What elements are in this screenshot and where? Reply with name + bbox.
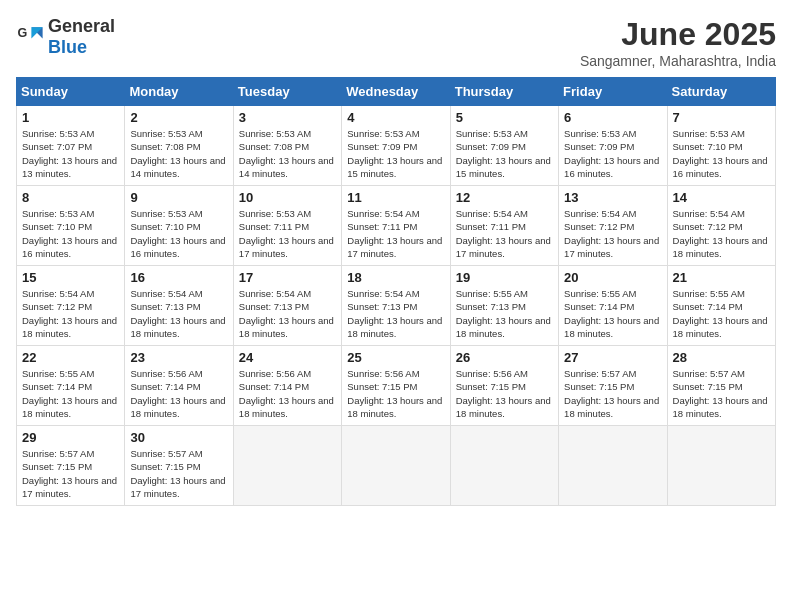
cell-text: Sunrise: 5:56 AMSunset: 7:14 PMDaylight:… bbox=[130, 368, 225, 419]
calendar-cell: 26 Sunrise: 5:56 AMSunset: 7:15 PMDaylig… bbox=[450, 346, 558, 426]
day-number: 11 bbox=[347, 190, 444, 205]
calendar-cell: 24 Sunrise: 5:56 AMSunset: 7:14 PMDaylig… bbox=[233, 346, 341, 426]
cell-text: Sunrise: 5:55 AMSunset: 7:14 PMDaylight:… bbox=[22, 368, 117, 419]
cell-text: Sunrise: 5:55 AMSunset: 7:14 PMDaylight:… bbox=[564, 288, 659, 339]
calendar-table: SundayMondayTuesdayWednesdayThursdayFrid… bbox=[16, 77, 776, 506]
day-number: 1 bbox=[22, 110, 119, 125]
day-number: 9 bbox=[130, 190, 227, 205]
day-header-wednesday: Wednesday bbox=[342, 78, 450, 106]
day-number: 16 bbox=[130, 270, 227, 285]
calendar-cell: 18 Sunrise: 5:54 AMSunset: 7:13 PMDaylig… bbox=[342, 266, 450, 346]
cell-text: Sunrise: 5:54 AMSunset: 7:11 PMDaylight:… bbox=[347, 208, 442, 259]
cell-text: Sunrise: 5:53 AMSunset: 7:08 PMDaylight:… bbox=[239, 128, 334, 179]
cell-text: Sunrise: 5:55 AMSunset: 7:13 PMDaylight:… bbox=[456, 288, 551, 339]
calendar-header-row: SundayMondayTuesdayWednesdayThursdayFrid… bbox=[17, 78, 776, 106]
day-number: 8 bbox=[22, 190, 119, 205]
cell-text: Sunrise: 5:54 AMSunset: 7:11 PMDaylight:… bbox=[456, 208, 551, 259]
day-header-thursday: Thursday bbox=[450, 78, 558, 106]
calendar-cell: 27 Sunrise: 5:57 AMSunset: 7:15 PMDaylig… bbox=[559, 346, 667, 426]
calendar-cell bbox=[667, 426, 775, 506]
day-header-monday: Monday bbox=[125, 78, 233, 106]
day-number: 20 bbox=[564, 270, 661, 285]
day-number: 18 bbox=[347, 270, 444, 285]
cell-text: Sunrise: 5:54 AMSunset: 7:12 PMDaylight:… bbox=[22, 288, 117, 339]
cell-text: Sunrise: 5:53 AMSunset: 7:09 PMDaylight:… bbox=[456, 128, 551, 179]
calendar-cell: 9 Sunrise: 5:53 AMSunset: 7:10 PMDayligh… bbox=[125, 186, 233, 266]
calendar-cell bbox=[450, 426, 558, 506]
calendar-cell: 23 Sunrise: 5:56 AMSunset: 7:14 PMDaylig… bbox=[125, 346, 233, 426]
calendar-cell: 5 Sunrise: 5:53 AMSunset: 7:09 PMDayligh… bbox=[450, 106, 558, 186]
day-number: 12 bbox=[456, 190, 553, 205]
cell-text: Sunrise: 5:54 AMSunset: 7:12 PMDaylight:… bbox=[564, 208, 659, 259]
cell-text: Sunrise: 5:54 AMSunset: 7:13 PMDaylight:… bbox=[130, 288, 225, 339]
calendar-cell: 8 Sunrise: 5:53 AMSunset: 7:10 PMDayligh… bbox=[17, 186, 125, 266]
calendar-cell: 11 Sunrise: 5:54 AMSunset: 7:11 PMDaylig… bbox=[342, 186, 450, 266]
calendar-cell: 15 Sunrise: 5:54 AMSunset: 7:12 PMDaylig… bbox=[17, 266, 125, 346]
logo-icon: G bbox=[16, 23, 44, 51]
title-area: June 2025 Sangamner, Maharashtra, India bbox=[580, 16, 776, 69]
month-title: June 2025 bbox=[580, 16, 776, 53]
cell-text: Sunrise: 5:53 AMSunset: 7:09 PMDaylight:… bbox=[564, 128, 659, 179]
calendar-cell: 28 Sunrise: 5:57 AMSunset: 7:15 PMDaylig… bbox=[667, 346, 775, 426]
cell-text: Sunrise: 5:53 AMSunset: 7:10 PMDaylight:… bbox=[673, 128, 768, 179]
calendar-cell: 25 Sunrise: 5:56 AMSunset: 7:15 PMDaylig… bbox=[342, 346, 450, 426]
week-row-2: 8 Sunrise: 5:53 AMSunset: 7:10 PMDayligh… bbox=[17, 186, 776, 266]
day-number: 4 bbox=[347, 110, 444, 125]
calendar-cell: 14 Sunrise: 5:54 AMSunset: 7:12 PMDaylig… bbox=[667, 186, 775, 266]
calendar-cell bbox=[342, 426, 450, 506]
calendar-cell: 20 Sunrise: 5:55 AMSunset: 7:14 PMDaylig… bbox=[559, 266, 667, 346]
day-number: 21 bbox=[673, 270, 770, 285]
cell-text: Sunrise: 5:56 AMSunset: 7:14 PMDaylight:… bbox=[239, 368, 334, 419]
cell-text: Sunrise: 5:56 AMSunset: 7:15 PMDaylight:… bbox=[456, 368, 551, 419]
day-number: 6 bbox=[564, 110, 661, 125]
day-number: 5 bbox=[456, 110, 553, 125]
calendar-cell: 13 Sunrise: 5:54 AMSunset: 7:12 PMDaylig… bbox=[559, 186, 667, 266]
cell-text: Sunrise: 5:57 AMSunset: 7:15 PMDaylight:… bbox=[130, 448, 225, 499]
week-row-3: 15 Sunrise: 5:54 AMSunset: 7:12 PMDaylig… bbox=[17, 266, 776, 346]
day-number: 26 bbox=[456, 350, 553, 365]
calendar-cell: 21 Sunrise: 5:55 AMSunset: 7:14 PMDaylig… bbox=[667, 266, 775, 346]
calendar-cell: 16 Sunrise: 5:54 AMSunset: 7:13 PMDaylig… bbox=[125, 266, 233, 346]
cell-text: Sunrise: 5:54 AMSunset: 7:13 PMDaylight:… bbox=[347, 288, 442, 339]
cell-text: Sunrise: 5:57 AMSunset: 7:15 PMDaylight:… bbox=[564, 368, 659, 419]
cell-text: Sunrise: 5:53 AMSunset: 7:10 PMDaylight:… bbox=[22, 208, 117, 259]
cell-text: Sunrise: 5:53 AMSunset: 7:10 PMDaylight:… bbox=[130, 208, 225, 259]
day-number: 29 bbox=[22, 430, 119, 445]
day-number: 3 bbox=[239, 110, 336, 125]
day-number: 25 bbox=[347, 350, 444, 365]
day-number: 7 bbox=[673, 110, 770, 125]
day-number: 15 bbox=[22, 270, 119, 285]
calendar-cell: 4 Sunrise: 5:53 AMSunset: 7:09 PMDayligh… bbox=[342, 106, 450, 186]
header: G General Blue June 2025 Sangamner, Maha… bbox=[16, 16, 776, 69]
day-number: 19 bbox=[456, 270, 553, 285]
calendar-cell: 2 Sunrise: 5:53 AMSunset: 7:08 PMDayligh… bbox=[125, 106, 233, 186]
calendar-cell: 6 Sunrise: 5:53 AMSunset: 7:09 PMDayligh… bbox=[559, 106, 667, 186]
cell-text: Sunrise: 5:53 AMSunset: 7:09 PMDaylight:… bbox=[347, 128, 442, 179]
logo: G General Blue bbox=[16, 16, 115, 58]
week-row-1: 1 Sunrise: 5:53 AMSunset: 7:07 PMDayligh… bbox=[17, 106, 776, 186]
svg-text:G: G bbox=[17, 26, 27, 40]
cell-text: Sunrise: 5:53 AMSunset: 7:11 PMDaylight:… bbox=[239, 208, 334, 259]
cell-text: Sunrise: 5:57 AMSunset: 7:15 PMDaylight:… bbox=[22, 448, 117, 499]
location-title: Sangamner, Maharashtra, India bbox=[580, 53, 776, 69]
day-number: 30 bbox=[130, 430, 227, 445]
cell-text: Sunrise: 5:53 AMSunset: 7:07 PMDaylight:… bbox=[22, 128, 117, 179]
day-number: 22 bbox=[22, 350, 119, 365]
day-header-sunday: Sunday bbox=[17, 78, 125, 106]
cell-text: Sunrise: 5:54 AMSunset: 7:12 PMDaylight:… bbox=[673, 208, 768, 259]
calendar-cell: 17 Sunrise: 5:54 AMSunset: 7:13 PMDaylig… bbox=[233, 266, 341, 346]
day-number: 10 bbox=[239, 190, 336, 205]
calendar-cell: 7 Sunrise: 5:53 AMSunset: 7:10 PMDayligh… bbox=[667, 106, 775, 186]
day-header-tuesday: Tuesday bbox=[233, 78, 341, 106]
cell-text: Sunrise: 5:54 AMSunset: 7:13 PMDaylight:… bbox=[239, 288, 334, 339]
calendar-cell: 12 Sunrise: 5:54 AMSunset: 7:11 PMDaylig… bbox=[450, 186, 558, 266]
day-number: 14 bbox=[673, 190, 770, 205]
day-number: 28 bbox=[673, 350, 770, 365]
calendar-cell: 10 Sunrise: 5:53 AMSunset: 7:11 PMDaylig… bbox=[233, 186, 341, 266]
cell-text: Sunrise: 5:53 AMSunset: 7:08 PMDaylight:… bbox=[130, 128, 225, 179]
calendar-cell: 29 Sunrise: 5:57 AMSunset: 7:15 PMDaylig… bbox=[17, 426, 125, 506]
cell-text: Sunrise: 5:56 AMSunset: 7:15 PMDaylight:… bbox=[347, 368, 442, 419]
calendar-cell: 19 Sunrise: 5:55 AMSunset: 7:13 PMDaylig… bbox=[450, 266, 558, 346]
week-row-4: 22 Sunrise: 5:55 AMSunset: 7:14 PMDaylig… bbox=[17, 346, 776, 426]
logo-general: General bbox=[48, 16, 115, 36]
